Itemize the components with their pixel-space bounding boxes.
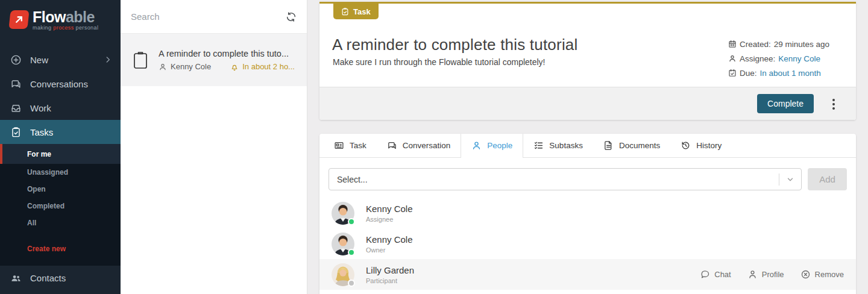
- tasks-submenu: For me Unassigned Open Completed All Cre…: [0, 144, 121, 266]
- sidebar-item-new[interactable]: New: [0, 48, 121, 72]
- tab-task[interactable]: Task: [324, 134, 377, 157]
- person-icon: [747, 269, 758, 280]
- history-icon: [681, 140, 691, 151]
- tab-people[interactable]: People: [461, 134, 523, 157]
- clipboard-icon: [133, 51, 148, 69]
- sidebar-item-label: Work: [30, 103, 112, 113]
- people-list: Kenny Cole Assignee Kenny Cole Owner: [319, 198, 856, 290]
- search-input[interactable]: [131, 11, 286, 22]
- person-name: Kenny Cole: [366, 234, 413, 245]
- select-divider: [779, 174, 779, 186]
- tasks-filter-for-me[interactable]: For me: [0, 144, 121, 164]
- brand-text: Flow: [33, 8, 66, 25]
- sidebar-item-documents[interactable]: Documents: [0, 290, 121, 294]
- conversations-icon: [10, 78, 22, 90]
- due-line: Due: In about 1 month: [728, 66, 829, 80]
- people-select[interactable]: Select...: [329, 168, 802, 190]
- task-detail-card: Task A reminder to complete this tutoria…: [319, 2, 856, 120]
- sidebar-nav: New Conversations Work Tasks For me Unas…: [0, 48, 121, 294]
- tab-subtasks[interactable]: Subtasks: [523, 134, 593, 157]
- add-button[interactable]: Add: [808, 168, 847, 190]
- sidebar-item-label: Tasks: [30, 127, 112, 137]
- sidebar: Flowable making process personal New Con…: [0, 0, 121, 294]
- avatar: [332, 233, 354, 255]
- brand-tagline: making process personal: [33, 25, 98, 31]
- person-name: Kenny Cole: [366, 204, 413, 214]
- task-item-body: A reminder to complete this tuto... Kenn…: [159, 49, 295, 71]
- refresh-icon[interactable]: [286, 11, 297, 22]
- person-role: Assignee: [366, 216, 413, 223]
- chevron-right-icon: [104, 55, 112, 64]
- person-row[interactable]: Lilly Garden Participant Chat Profile Re…: [319, 259, 856, 290]
- chat-action[interactable]: Chat: [700, 269, 731, 280]
- person-role: Participant: [366, 277, 414, 284]
- x-circle-icon: [800, 269, 811, 280]
- calendar-icon: [728, 40, 737, 48]
- tab-conversation[interactable]: Conversation: [377, 134, 461, 157]
- tab-bar: Task Conversation People Subtasks Docume…: [319, 134, 856, 158]
- tasks-filter-open[interactable]: Open: [0, 181, 121, 198]
- subtasks-icon: [533, 140, 544, 151]
- remove-action[interactable]: Remove: [800, 269, 844, 280]
- task-tabs-card: Task Conversation People Subtasks Docume…: [319, 134, 856, 294]
- sidebar-item-label: Conversations: [30, 79, 112, 89]
- more-options-icon[interactable]: [831, 98, 836, 111]
- status-dot-offline: [348, 280, 355, 287]
- add-person-row: Select... Add: [329, 168, 847, 190]
- person-row[interactable]: Kenny Cole Owner: [319, 228, 856, 259]
- sidebar-item-label: New: [30, 55, 104, 65]
- task-item-due: In about 2 ho...: [230, 62, 295, 71]
- select-placeholder: Select...: [337, 175, 779, 184]
- bell-icon: [230, 63, 239, 71]
- due-link[interactable]: In about 1 month: [760, 69, 820, 78]
- person-info: Kenny Cole Owner: [366, 234, 413, 254]
- person-role: Owner: [366, 246, 413, 254]
- created-label: Created:: [740, 40, 771, 49]
- assignee-label: Assignee:: [740, 54, 775, 63]
- conversation-icon: [387, 140, 397, 151]
- tab-history[interactable]: History: [670, 134, 732, 157]
- person-row[interactable]: Kenny Cole Assignee: [319, 198, 856, 228]
- tasks-filter-unassigned[interactable]: Unassigned: [0, 164, 121, 181]
- tasks-clipboard-icon: [10, 127, 22, 138]
- person-row-actions: Chat Profile Remove: [700, 269, 844, 280]
- tab-documents[interactable]: Documents: [593, 134, 670, 157]
- avatar: [332, 263, 354, 286]
- chevron-down-icon[interactable]: [786, 175, 794, 184]
- task-item-meta: Kenny Cole In about 2 ho...: [159, 62, 295, 71]
- assignee-link[interactable]: Kenny Cole: [778, 54, 820, 63]
- person-name: Lilly Garden: [366, 265, 414, 275]
- task-form-icon: [334, 140, 344, 151]
- flowable-logo[interactable]: Flowable making process personal: [0, 0, 121, 39]
- profile-action[interactable]: Profile: [747, 269, 784, 280]
- main-content: Task A reminder to complete this tutoria…: [307, 0, 868, 294]
- person-info: Lilly Garden Participant: [366, 265, 414, 284]
- document-icon: [603, 140, 614, 151]
- task-item-title: A reminder to complete this tuto...: [159, 49, 295, 58]
- avatar: [332, 202, 354, 225]
- tasks-filter-all[interactable]: All: [0, 214, 121, 231]
- sidebar-item-conversations[interactable]: Conversations: [0, 72, 121, 96]
- created-line: Created: 29 minutes ago: [728, 37, 829, 51]
- sidebar-item-contacts[interactable]: Contacts: [0, 266, 121, 290]
- complete-button[interactable]: Complete: [757, 94, 814, 113]
- created-value: 29 minutes ago: [774, 40, 829, 49]
- tasks-filter-completed[interactable]: Completed: [0, 198, 121, 214]
- sidebar-item-tasks[interactable]: Tasks: [0, 120, 121, 144]
- task-action-bar: Complete: [319, 87, 856, 120]
- flowable-wordmark: Flowable making process personal: [33, 9, 98, 31]
- assignee-line: Assignee: Kenny Cole: [728, 51, 829, 66]
- task-list-item[interactable]: A reminder to complete this tuto... Kenn…: [121, 34, 307, 86]
- chat-bubble-icon: [700, 269, 710, 280]
- sidebar-item-label: Contacts: [30, 273, 112, 283]
- contacts-icon: [10, 272, 22, 284]
- person-icon: [159, 63, 167, 71]
- flowable-logo-icon: [8, 10, 29, 29]
- search-bar: [121, 0, 307, 34]
- person-icon: [728, 54, 737, 63]
- calendar-check-icon: [728, 69, 737, 77]
- due-label: Due:: [740, 69, 757, 78]
- create-new-task-link[interactable]: Create new: [0, 240, 121, 257]
- sidebar-item-work[interactable]: Work: [0, 96, 121, 120]
- people-icon: [471, 140, 482, 151]
